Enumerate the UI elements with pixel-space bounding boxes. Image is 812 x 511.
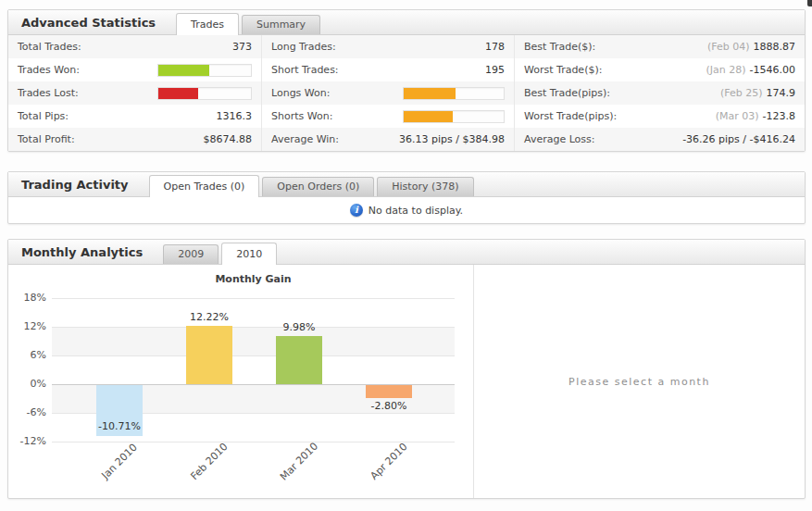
progress-bar-track	[403, 110, 505, 123]
stat-value: 373	[232, 41, 252, 53]
stat-label: Trades Won:	[18, 64, 80, 76]
stat-value: 195	[485, 64, 505, 76]
stat-label: Average Win:	[271, 133, 339, 145]
year-tab-2010[interactable]: 2010	[221, 243, 277, 265]
stat-row-long-trades: Long Trades:178	[262, 35, 514, 58]
stat-value: $8674.88	[204, 133, 253, 145]
stat-row-short-trades: Short Trades:195	[262, 58, 514, 81]
stat-label: Trades Lost:	[18, 87, 79, 99]
stat-number: 1316.3	[217, 110, 253, 122]
stat-number: 195	[485, 64, 505, 76]
progress-bar-track	[157, 64, 252, 77]
y-axis-tick-label: -12%	[8, 435, 46, 447]
activity-tab-history-378[interactable]: History (378)	[377, 177, 473, 196]
stat-label: Average Loss:	[524, 133, 595, 145]
stat-number: 178	[485, 41, 505, 53]
x-axis-tick-label: Feb 2010	[169, 421, 250, 498]
trading-activity-header: Trading Activity Open Trades (0)Open Ord…	[8, 172, 805, 197]
stat-label: Best Trade($):	[524, 41, 595, 53]
bar-value-label: 12.22%	[180, 311, 239, 323]
y-axis-tick-label: 18%	[8, 292, 46, 304]
stat-value: 1316.3	[217, 110, 253, 122]
chart-title: Monthly Gain	[52, 273, 455, 285]
progress-bar-fill	[404, 88, 456, 99]
stat-row-worst-trade-pips: Worst Trade(pips):(Mar 03)-123.8	[515, 105, 805, 128]
info-icon: i	[350, 204, 363, 217]
empty-state-message: No data to display.	[369, 205, 463, 217]
stat-label: Total Pips:	[18, 110, 69, 122]
bar-value-label: 9.98%	[269, 321, 329, 333]
x-axis-tick-label: Apr 2010	[349, 421, 430, 498]
y-axis-tick-label: -6%	[8, 406, 46, 418]
stat-value: 36.13 pips / $384.98	[399, 133, 505, 145]
stat-row-shorts-won: Shorts Won:	[262, 105, 514, 128]
chart-bar-mar-2010[interactable]	[276, 336, 322, 384]
stat-label: Shorts Won:	[271, 110, 332, 122]
stat-label: Short Trades:	[271, 64, 339, 76]
stat-number: 373	[232, 41, 252, 53]
stat-row-longs-won: Longs Won:	[262, 81, 514, 105]
monthly-analytics-header: Monthly Analytics 20092010	[8, 240, 805, 265]
bar-value-label: -2.80%	[359, 400, 418, 412]
activity-tab-open-trades-0[interactable]: Open Trades (0)	[149, 175, 260, 197]
monthly-analytics-title: Monthly Analytics	[8, 245, 156, 259]
year-tab-2009[interactable]: 2009	[163, 244, 219, 264]
progress-bar-fill	[158, 65, 209, 76]
stats-column-1: Long Trades:178Short Trades:195Longs Won…	[261, 35, 514, 151]
stat-number: -1546.00	[750, 64, 795, 76]
stat-number: -123.8	[763, 110, 795, 122]
stat-label: Longs Won:	[271, 87, 331, 99]
stat-number: $8674.88	[204, 133, 253, 145]
stat-number: 1888.87	[754, 41, 796, 53]
stat-number: 174.9	[767, 87, 796, 99]
stat-row-average-loss: Average Loss:-36.26 pips / -$416.24	[515, 128, 805, 151]
monthly-analytics-tabs: 20092010	[163, 240, 277, 264]
advanced-statistics-tabs: TradesSummary	[176, 10, 320, 34]
trading-activity-section: Trading Activity Open Trades (0)Open Ord…	[7, 171, 806, 224]
stat-row-trades-lost: Trades Lost:	[8, 81, 261, 105]
stat-date: (Jan 28)	[706, 64, 745, 76]
trading-activity-title: Trading Activity	[8, 178, 142, 192]
stat-row-trades-won: Trades Won:	[8, 58, 261, 81]
advanced-statistics-section: Advanced Statistics TradesSummary Total …	[7, 9, 806, 152]
y-axis-tick-label: 0%	[8, 378, 46, 390]
activity-tab-open-orders-0[interactable]: Open Orders (0)	[262, 177, 374, 196]
gridline	[52, 298, 455, 299]
stat-value: (Mar 03)-123.8	[716, 110, 795, 122]
chart-bar-feb-2010[interactable]	[186, 326, 232, 384]
stat-date: (Mar 03)	[716, 110, 759, 122]
progress-bar-track	[403, 87, 505, 100]
chart-band	[52, 327, 455, 355]
screen-edge-artifact	[807, 0, 812, 6]
stat-value: (Feb 25)174.9	[720, 87, 795, 99]
monthly-analytics-section: Monthly Analytics 20092010 Monthly Gain …	[7, 239, 806, 499]
stat-label: Best Trade(pips):	[524, 87, 610, 99]
stat-label: Total Trades:	[18, 41, 81, 53]
stat-date: (Feb 04)	[707, 41, 750, 53]
stat-value: 178	[485, 41, 505, 53]
advanced-statistics-header: Advanced Statistics TradesSummary	[8, 10, 805, 35]
trading-stats-page: { "advanced_statistics": { "title": "Adv…	[0, 0, 812, 511]
progress-bar-fill	[158, 88, 198, 99]
chart-bar-apr-2010[interactable]	[366, 385, 412, 398]
stat-row-average-win: Average Win:36.13 pips / $384.98	[262, 128, 514, 151]
month-detail-panel: Please select a month	[473, 265, 805, 498]
stat-row-best-trade: Best Trade($):(Feb 04)1888.87	[515, 35, 805, 58]
stat-number: 36.13 pips / $384.98	[399, 133, 505, 145]
statistics-grid: Total Trades:373Trades Won:Trades Lost:T…	[8, 35, 805, 151]
progress-bar-track	[157, 87, 252, 100]
monthly-analytics-content: Monthly Gain 18%12%6%0%-6%-12%-10.71%Jan…	[8, 265, 805, 498]
stat-row-total-profit: Total Profit:$8674.88	[8, 128, 261, 151]
stats-tab-trades[interactable]: Trades	[176, 13, 239, 35]
stats-column-0: Total Trades:373Trades Won:Trades Lost:T…	[8, 35, 261, 151]
stats-tab-summary[interactable]: Summary	[242, 15, 320, 34]
stat-label: Total Profit:	[18, 133, 75, 145]
y-axis-tick-label: 6%	[8, 349, 46, 361]
gridline	[52, 442, 455, 442]
stat-number: -36.26 pips / -$416.24	[682, 133, 795, 145]
empty-state-row: i No data to display.	[8, 197, 805, 223]
y-axis-tick-label: 12%	[8, 320, 46, 332]
stat-row-best-trade-pips: Best Trade(pips):(Feb 25)174.9	[515, 81, 805, 105]
x-axis-tick-label: Mar 2010	[259, 421, 340, 498]
monthly-gain-chart: Monthly Gain 18%12%6%0%-6%-12%-10.71%Jan…	[8, 265, 473, 498]
